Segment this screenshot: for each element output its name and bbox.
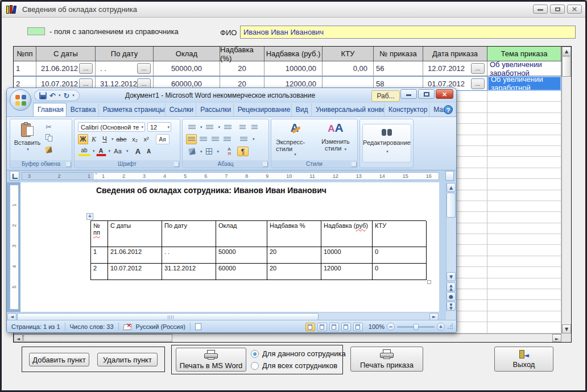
dialog-launcher-icon[interactable]	[174, 162, 179, 167]
vertical-scroll-thumb[interactable]	[447, 193, 456, 218]
horizontal-scroll-thumb[interactable]	[23, 334, 172, 342]
document-table[interactable]: №пп С даты По дату Оклад Надбавка % Надб…	[90, 220, 426, 280]
tab-ssylki[interactable]: Ссылки	[166, 103, 197, 116]
zoom-out-button[interactable]: −	[387, 323, 395, 331]
table-resize-handle[interactable]	[427, 280, 431, 284]
borders-dropdown-icon[interactable]: ▾	[217, 149, 220, 154]
scroll-left-icon[interactable]: ◄	[14, 334, 23, 342]
zoom-in-button[interactable]: +	[437, 323, 445, 331]
grow-font-button[interactable]: А	[133, 146, 143, 156]
draft-view-button[interactable]	[353, 323, 363, 331]
macro-recording-icon[interactable]	[195, 323, 201, 330]
indent-markers-icon[interactable]	[94, 172, 98, 182]
strikethrough-button[interactable]: abe	[114, 134, 129, 144]
qat-customize-icon[interactable]: ▾	[72, 93, 75, 98]
align-left-button[interactable]	[186, 134, 197, 144]
document-page[interactable]: Сведения об окладах сотрудника: Иванов И…	[20, 182, 439, 312]
bold-button[interactable]: Ж	[78, 134, 88, 144]
help-icon[interactable]: ?	[444, 105, 453, 114]
vertical-scroll-thumb[interactable]	[562, 56, 571, 77]
close-button[interactable]: ×	[567, 5, 582, 14]
ruler-toggle-button[interactable]	[445, 171, 454, 181]
scroll-down-icon[interactable]: ▼	[562, 324, 571, 333]
borders-icon[interactable]	[204, 147, 214, 156]
subscript-button[interactable]: x₂	[130, 134, 140, 144]
tab-razmetka[interactable]: Разметка страницы	[99, 103, 166, 116]
radio-selected-icon[interactable]	[251, 350, 259, 358]
font-color-button[interactable]: А	[96, 146, 106, 156]
save-icon[interactable]	[39, 92, 47, 99]
tab-recenzirovanie[interactable]: Рецензирование	[234, 103, 292, 116]
line-spacing-button[interactable]	[237, 134, 250, 144]
background-window-fragment[interactable]: Раб...	[371, 90, 400, 102]
office-button[interactable]	[10, 89, 31, 111]
horizontal-ruler[interactable]: 321 12345678910111213141516	[22, 172, 439, 180]
print-order-button[interactable]: Печать приказа	[350, 347, 423, 372]
minimize-button[interactable]	[533, 5, 548, 14]
exit-button[interactable]: ◄ Выход	[494, 347, 553, 372]
previous-page-icon[interactable]: ▲▲	[447, 282, 456, 291]
table-row[interactable]: 1 21.06.2012 ... . . ... 50000,00 20 100…	[14, 61, 561, 76]
tab-vstavka[interactable]: Вставка	[67, 103, 99, 116]
scroll-down-icon[interactable]: ▼	[447, 272, 456, 281]
shading-icon[interactable]	[186, 147, 197, 156]
scroll-up-icon[interactable]: ▲	[562, 47, 571, 56]
editing-button[interactable]: Редактирование ▾	[362, 124, 411, 162]
word-vertical-scrollbar[interactable]: ▲ ▼ ▲▲ ● ▼▼	[446, 182, 456, 312]
decrease-indent-icon[interactable]	[237, 123, 247, 132]
page-indicator[interactable]: Страница: 1 из 1	[11, 323, 60, 330]
undo-dropdown-icon[interactable]: ▾	[59, 93, 61, 98]
vertical-ruler[interactable]: 12345	[10, 185, 19, 310]
redo-icon[interactable]: ↻	[63, 92, 69, 99]
fio-field[interactable]	[240, 26, 576, 39]
undo-icon[interactable]: ↶	[49, 92, 56, 99]
grid-horizontal-scrollbar[interactable]: ◄ ►	[14, 333, 561, 342]
underline-button[interactable]: Ч	[100, 134, 110, 144]
grid-vertical-scrollbar[interactable]: ▲ ▼	[561, 47, 571, 333]
tab-universalny-converter[interactable]: Универсальный конве	[312, 103, 385, 116]
underline-dropdown-icon[interactable]: ▾	[111, 137, 114, 141]
date-picker-button[interactable]: ...	[471, 78, 485, 89]
maximize-button[interactable]	[550, 5, 565, 14]
print-layout-view-button[interactable]	[305, 323, 315, 331]
word-count[interactable]: Число слов: 33	[70, 323, 114, 330]
italic-button[interactable]: К	[89, 134, 99, 144]
justify-button[interactable]	[222, 134, 233, 144]
resize-grip-icon[interactable]	[447, 324, 453, 330]
font-size-combo[interactable]: 12▾	[147, 122, 171, 132]
date-picker-button[interactable]: ...	[471, 63, 485, 74]
align-right-button[interactable]	[210, 134, 221, 144]
bullets-dropdown-icon[interactable]: ▾	[200, 125, 202, 130]
word-close-button[interactable]: ×	[436, 89, 453, 99]
web-layout-view-button[interactable]	[329, 323, 339, 331]
copy-icon[interactable]	[46, 134, 52, 141]
show-paragraph-marks-button[interactable]: ¶	[237, 147, 249, 156]
sort-button[interactable]: АЯ	[223, 147, 235, 156]
dialog-launcher-icon[interactable]	[66, 162, 71, 167]
change-styles-button[interactable]: AA Изменить стили ▾	[317, 122, 354, 159]
radio-all-employees[interactable]: Для всех сотрудников	[251, 361, 337, 370]
numbering-dropdown-icon[interactable]: ▾	[218, 125, 221, 130]
zoom-slider-thumb[interactable]	[414, 324, 419, 330]
table-move-handle-icon[interactable]: +	[86, 213, 93, 220]
tab-glavnaya[interactable]: Главная	[33, 103, 67, 116]
cut-icon[interactable]: ✂	[46, 123, 52, 131]
delete-item-button[interactable]: Удалить пункт	[97, 353, 158, 366]
tab-konstruktor[interactable]: Конструктор	[385, 103, 429, 116]
bullets-button[interactable]	[186, 123, 197, 132]
tab-vid[interactable]: Вид	[292, 103, 312, 116]
clear-formatting-button[interactable]: Aя	[156, 134, 170, 144]
change-case-dropdown-icon[interactable]: ▾	[126, 149, 129, 153]
scroll-up-icon[interactable]: ▲	[447, 183, 456, 192]
font-name-combo[interactable]: Calibri (Основной те▾	[78, 122, 145, 132]
tab-rassylki[interactable]: Рассылки	[196, 103, 233, 116]
next-page-icon[interactable]: ▼▼	[447, 302, 456, 311]
font-color-dropdown-icon[interactable]: ▾	[109, 149, 111, 153]
dialog-launcher-icon[interactable]	[263, 162, 268, 167]
quick-styles-button[interactable]: A Экспресс-стили ▾	[276, 122, 313, 159]
shading-dropdown-icon[interactable]: ▾	[200, 149, 202, 154]
multilevel-list-button[interactable]	[222, 123, 233, 132]
date-picker-button[interactable]: ...	[137, 63, 151, 74]
print-to-word-button[interactable]: Печать в MS Word	[176, 348, 246, 372]
change-case-button[interactable]: Aa	[111, 146, 124, 156]
